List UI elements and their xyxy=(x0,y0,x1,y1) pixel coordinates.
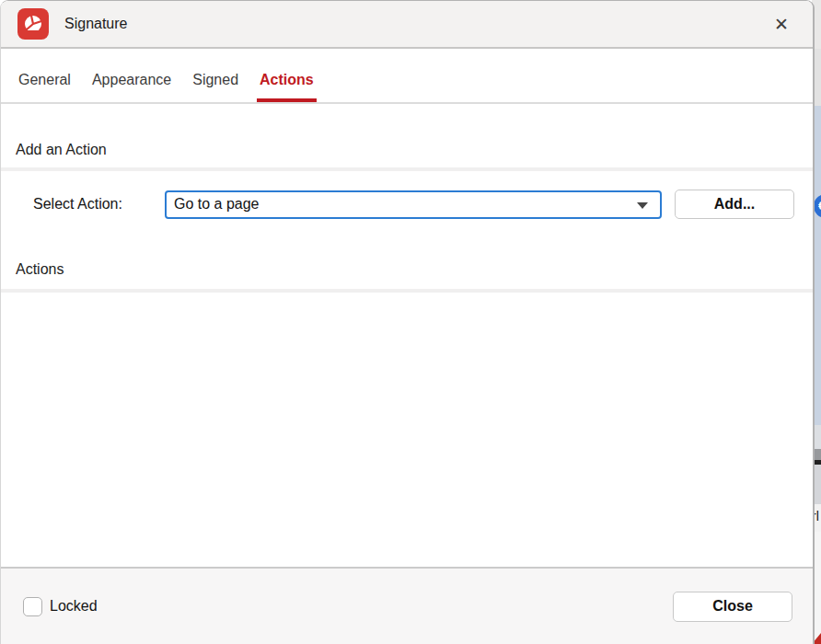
action-select-dropdown[interactable]: Go to a page xyxy=(165,190,662,219)
close-button[interactable]: Close xyxy=(673,592,792,622)
tab-actions[interactable]: Actions xyxy=(257,49,317,102)
dialog-title: Signature xyxy=(64,16,128,32)
app-logo-icon xyxy=(17,8,49,40)
locked-checkbox-label: Locked xyxy=(50,598,98,615)
tab-bar: General Appearance Signed Actions xyxy=(1,49,813,104)
select-action-row: Select Action: Go to a page Add... xyxy=(1,171,813,232)
tab-signed[interactable]: Signed xyxy=(190,49,241,102)
action-select-value: Go to a page xyxy=(174,196,260,213)
add-button[interactable]: Add... xyxy=(675,190,794,219)
locked-checkbox[interactable] xyxy=(23,597,42,616)
section-header-actions: Actions xyxy=(1,232,813,293)
dialog-footer: Locked Close xyxy=(1,567,813,644)
signature-dialog: Signature ✕ General Appearance Signed Ac… xyxy=(0,0,815,644)
dialog-titlebar: Signature ✕ xyxy=(1,1,813,49)
actions-list-empty-area xyxy=(1,293,813,567)
chevron-down-icon xyxy=(637,202,648,209)
tab-appearance[interactable]: Appearance xyxy=(89,49,174,102)
select-action-label: Select Action: xyxy=(33,196,165,213)
close-icon[interactable]: ✕ xyxy=(769,11,794,37)
section-header-add-action: Add an Action xyxy=(1,104,813,171)
tab-general[interactable]: General xyxy=(16,49,74,102)
